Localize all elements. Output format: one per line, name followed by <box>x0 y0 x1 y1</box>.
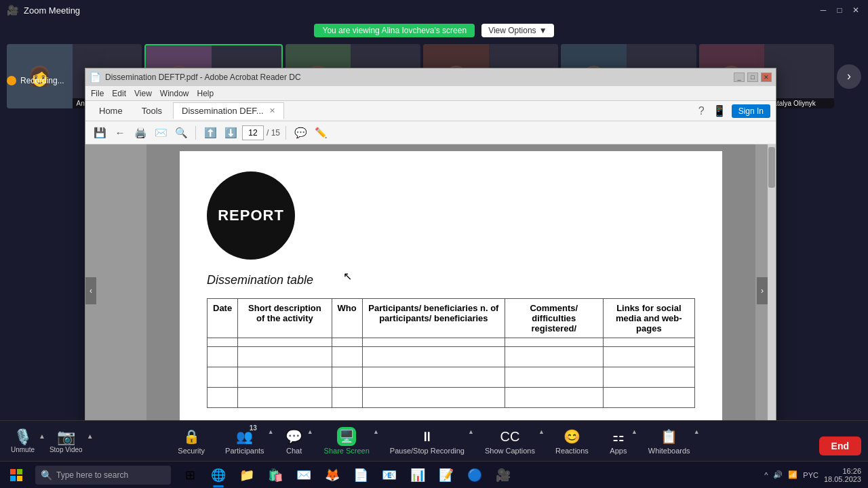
unmute-caret[interactable]: ▲ <box>39 432 45 440</box>
reactions-icon: 😊 <box>562 427 581 446</box>
help-icon[interactable]: ? <box>698 105 705 117</box>
captions-caret[interactable]: ▲ <box>538 428 545 435</box>
windows-start-button[interactable] <box>0 462 33 489</box>
email-client-button[interactable]: ✉️ <box>290 462 317 489</box>
browser-button[interactable]: 🦊 <box>319 462 346 489</box>
right-panel-toggle[interactable]: › <box>757 277 768 304</box>
table-row <box>208 367 695 388</box>
camera-icon: 📷 <box>57 428 75 446</box>
tab-tools[interactable]: Tools <box>134 103 170 119</box>
sign-in-button[interactable]: Sign In <box>732 104 770 118</box>
previous-page-button[interactable]: ← <box>111 124 129 142</box>
col-date: Date <box>208 299 238 338</box>
acrobat-title: Dissemination DEFTP.pdf - Adobe Acrobat … <box>105 73 301 82</box>
maximize-button[interactable]: □ <box>834 5 845 16</box>
apps-button[interactable]: ⚏ Apps ▲ <box>599 427 637 455</box>
pdf-main-view[interactable]: REPORT Dissemination table Date Short de… <box>146 144 755 436</box>
pdf-reader-button[interactable]: 📄 <box>347 462 374 489</box>
acrobat-minimize-button[interactable]: _ <box>734 73 745 82</box>
security-label: Security <box>178 447 205 455</box>
app-title: Zoom Meeting <box>24 5 80 16</box>
end-meeting-button[interactable]: End <box>819 436 861 455</box>
powerpoint-button[interactable]: 📊 <box>404 462 431 489</box>
chat-caret[interactable]: ▲ <box>307 428 313 435</box>
comment-button[interactable]: 💬 <box>292 124 309 142</box>
acrobat-restore-button[interactable]: □ <box>747 73 758 82</box>
tab-home[interactable]: Home <box>91 103 131 119</box>
dissemination-title: Dissemination table <box>207 273 695 287</box>
explorer-button[interactable]: 📁 <box>233 462 260 489</box>
share-screen-button[interactable]: 🖥️ Share Screen ▲ <box>315 427 379 455</box>
pause-recording-button[interactable]: ⏸ Pause/Stop Recording ▲ <box>380 427 474 455</box>
tab-doc[interactable]: Dissemination DEF... ✕ <box>173 102 284 119</box>
acrobat-window: 📄 Dissemination DEFTP.pdf - Adobe Acroba… <box>85 68 776 437</box>
captions-button[interactable]: CC Show Captions ▲ <box>475 427 545 455</box>
email-button[interactable]: ✉️ <box>152 124 170 142</box>
share-screen-caret[interactable]: ▲ <box>373 428 379 435</box>
apps-icon: ⚏ <box>609 427 628 446</box>
pdf-content-area: ‹ REPORT Dissemination table Date <box>85 144 776 436</box>
captions-icon: CC <box>500 427 519 446</box>
taskview-button[interactable]: ⊞ <box>176 462 203 489</box>
mobile-icon[interactable]: 📱 <box>713 104 726 117</box>
menu-help[interactable]: Help <box>197 89 214 98</box>
tray-icon-1: ^ <box>764 471 768 479</box>
chrome-button[interactable]: 🔵 <box>461 462 488 489</box>
svg-rect-2 <box>10 476 16 481</box>
stop-video-button[interactable]: 📷 Stop Video <box>45 428 87 453</box>
menu-edit[interactable]: Edit <box>112 89 126 98</box>
acrobat-close-button[interactable]: ✕ <box>761 73 772 82</box>
table-row <box>208 347 695 367</box>
captions-label: Show Captions <box>485 447 535 455</box>
video-caret[interactable]: ▲ <box>87 432 94 440</box>
security-icon: 🔒 <box>182 427 201 446</box>
word-button[interactable]: 📝 <box>433 462 460 489</box>
pause-recording-caret[interactable]: ▲ <box>468 428 474 435</box>
table-row <box>208 338 695 347</box>
whiteboards-button[interactable]: 📋 Whiteboards ▲ <box>639 427 700 455</box>
print-button[interactable]: 🖨️ <box>132 124 149 142</box>
reactions-button[interactable]: 😊 Reactions <box>546 427 598 455</box>
scroll-thumb[interactable] <box>768 147 775 188</box>
col-links: Links for social media and web-pages <box>603 299 694 338</box>
scroll-bar[interactable] <box>768 144 776 436</box>
microphone-icon: 🎙️ <box>14 428 32 446</box>
windows-search-bar[interactable]: 🔍 Type here to search <box>35 466 171 485</box>
col-description: Short description of the activity <box>238 299 332 338</box>
menu-window[interactable]: Window <box>160 89 189 98</box>
participants-button[interactable]: 👥 13 Participants ▲ <box>216 427 273 455</box>
participants-caret[interactable]: ▲ <box>268 428 274 435</box>
svg-rect-3 <box>17 476 22 481</box>
zoom-app-button[interactable]: 🎥 <box>490 462 517 489</box>
edge-button[interactable]: 🌐 <box>205 462 232 489</box>
save-toolbar-button[interactable]: 💾 <box>91 124 108 142</box>
system-clock[interactable]: 16:26 18.05.2023 <box>824 467 861 483</box>
highlight-button[interactable]: ✏️ <box>312 124 330 142</box>
windows-app-bar: ⊞ 🌐 📁 🛍️ ✉️ 🦊 📄 📧 📊 📝 🔵 🎥 <box>174 462 519 489</box>
viewing-badge: You are viewing Alina Iovcheva's screen <box>314 24 475 37</box>
next-page-nav-button[interactable]: ⬇️ <box>222 124 239 142</box>
prev-page-nav-button[interactable]: ⬆️ <box>201 124 219 142</box>
store-button[interactable]: 🛍️ <box>262 462 289 489</box>
chat-icon: 💬 <box>285 427 304 446</box>
outlook-button[interactable]: 📧 <box>376 462 403 489</box>
video-strip-next-arrow[interactable]: › <box>837 64 861 89</box>
security-button[interactable]: 🔒 Security <box>168 427 214 455</box>
unmute-button[interactable]: 🎙️ Unmute <box>7 428 39 453</box>
close-button[interactable]: ✕ <box>850 5 861 16</box>
page-number-input[interactable] <box>242 125 264 140</box>
whiteboards-caret[interactable]: ▲ <box>694 428 700 435</box>
tab-close-icon[interactable]: ✕ <box>269 106 275 115</box>
menu-view[interactable]: View <box>134 89 152 98</box>
toolbar-divider-1 <box>195 126 196 140</box>
left-panel-toggle[interactable]: ‹ <box>85 277 96 304</box>
minimize-button[interactable]: ─ <box>818 5 829 16</box>
menu-file[interactable]: File <box>91 89 104 98</box>
search-toolbar-button[interactable]: 🔍 <box>172 124 190 142</box>
view-options-button[interactable]: View Options ▼ <box>481 24 553 37</box>
tab-doc-label: Dissemination DEF... <box>182 106 264 116</box>
acrobat-menu-bar: File Edit View Window Help <box>85 86 776 101</box>
chat-button[interactable]: 💬 Chat ▲ <box>275 427 313 455</box>
apps-caret[interactable]: ▲ <box>631 428 637 435</box>
tray-icon-4: PYC <box>803 471 818 479</box>
